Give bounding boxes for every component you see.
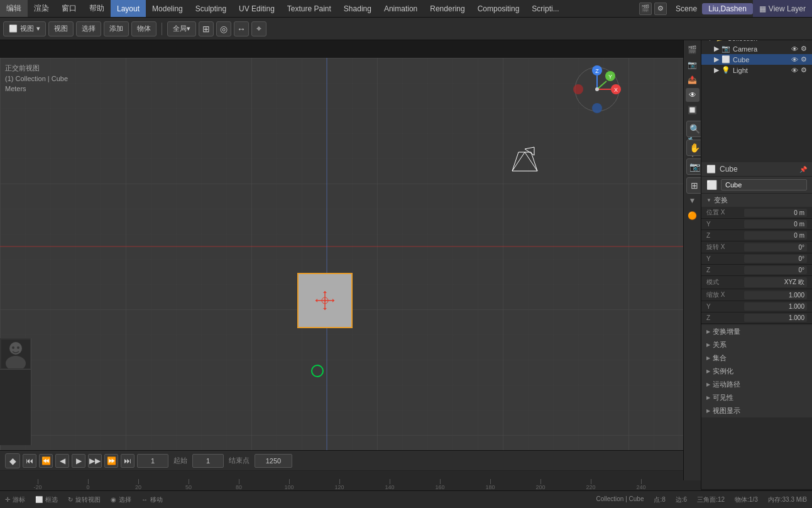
nav-pan-btn[interactable]: ✋ [686,140,701,156]
rot-x-value[interactable]: 0° [744,243,807,251]
header-icon-2[interactable]: ⚙ [654,3,667,15]
user-badge: Liu,Dashen [702,3,753,14]
select-btn[interactable]: 选择 [76,21,101,36]
timeline-key-btn[interactable]: ◆ [5,453,20,468]
ruler-mark-1: 0 [63,479,113,490]
mode-label-text: 视图 [20,24,34,33]
scale-z-value[interactable]: 1.000 [744,314,807,322]
visibility-label: 可见性 [713,393,733,402]
light-restrict-icon[interactable]: ⚙ [801,66,807,74]
rot-z-value[interactable]: 0° [744,266,807,274]
props-type-row: ⬜ [701,177,812,194]
proportional-btn[interactable]: ◎ [216,21,231,36]
timeline-end-frame[interactable]: 1250 [255,454,292,468]
global-selector[interactable]: 全局 ▾ [167,21,196,36]
cube-restrict-icon[interactable]: ⚙ [801,55,807,64]
status-faces: 三角面:12 [697,495,725,504]
header-icon-1[interactable]: 🎬 [639,3,652,15]
outliner-item-cube[interactable]: ▶ ⬜ Cube 👁 ⚙ [701,54,812,65]
relations-header[interactable]: ▶ 关系 [701,338,812,351]
timeline-play[interactable]: ▶ [72,454,85,468]
workspace-tabs: Layout Modeling Sculpting UV Editing Tex… [111,0,635,17]
timeline-track[interactable]: -20 0 20 50 80 100 120 140 160 180 200 2… [0,471,701,490]
tab-animation[interactable]: Animation [378,0,424,17]
pos-y-value[interactable]: 0 m [744,220,807,228]
orientation-btn[interactable]: ⌖ [251,21,266,36]
nav-camera-btn[interactable]: 📷 [686,158,701,175]
props-output-btn[interactable]: 📤 [686,73,700,87]
menu-help[interactable]: 帮助 [83,0,111,17]
rot-y-label: Y [706,255,744,262]
tab-sculpting[interactable]: Sculpting [189,0,233,17]
tab-compositing[interactable]: Compositing [471,0,526,17]
nav-grid-btn[interactable]: ⊞ [686,177,701,194]
scale-y-value[interactable]: 1.000 [744,302,807,311]
prop-row-rot-mode: 模式 XYZ 欧 [701,276,812,289]
cube-eye-icon[interactable]: 👁 [791,56,798,64]
instancing-header[interactable]: ▶ 实例化 [701,365,812,378]
pos-x-label: 位置 X [706,208,744,217]
delta-collapse-icon: ▶ [706,329,710,334]
nav-zoom-btn[interactable]: 🔍 [686,121,701,137]
tab-rendering[interactable]: Rendering [424,0,471,17]
object-btn[interactable]: 物体 [131,21,156,36]
outliner-item-camera[interactable]: ▶ 📷 Camera 👁 ⚙ [701,43,812,54]
mode-selector[interactable]: ⬜ 视图 ▾ [3,21,46,36]
timeline-start-frame[interactable]: 1 [192,454,224,468]
snap-btn[interactable]: ⊞ [199,21,214,36]
view-btn[interactable]: 视图 [48,21,74,36]
props-scene-btn[interactable]: 🎬 [686,43,700,57]
collections-header[interactable]: ▶ 集合 [701,351,812,365]
motion-path-header[interactable]: ▶ 运动路径 [701,378,812,391]
top-menu-bar: 编辑 渲染 窗口 帮助 Layout Modeling Sculpting UV… [0,0,812,18]
timeline-prev-key[interactable]: ⏪ [39,454,53,468]
rot-y-value[interactable]: 0° [744,255,807,263]
menu-render[interactable]: 渲染 [28,0,55,17]
rot-mode-value[interactable]: XYZ 欧 [744,277,807,287]
object-name-input[interactable] [721,179,807,190]
timeline-prev-frame[interactable]: ◀ [55,454,69,468]
tab-texture-paint[interactable]: Texture Paint [281,0,337,17]
transform-delta-header[interactable]: ▶ 变换增量 [701,325,812,338]
timeline-next-frame[interactable]: ▶▶ [88,454,102,468]
timeline-next-key[interactable]: ⏩ [104,454,118,468]
visibility-header[interactable]: ▶ 可见性 [701,391,812,404]
rotate-label: 旋转视图 [75,495,101,504]
light-eye-icon[interactable]: 👁 [791,67,798,74]
scale-x-value[interactable]: 1.000 [744,291,807,299]
tab-layout[interactable]: Layout [111,0,146,17]
menu-edit[interactable]: 编辑 [0,0,28,17]
viewport-gizmo[interactable]: Z X Y [572,64,622,116]
select-label: 选择 [119,495,131,504]
tab-uv-editing[interactable]: UV Editing [233,0,281,17]
timeline-jump-end[interactable]: ⏭ [121,454,134,468]
add-btn[interactable]: 添加 [104,21,129,36]
selected-cube[interactable] [297,273,353,328]
viewport-display-header[interactable]: ▶ 视图显示 [701,404,812,417]
menu-window[interactable]: 窗口 [55,0,83,17]
timeline-current-frame[interactable]: 1 [137,454,168,468]
tab-scripting[interactable]: Scripti... [525,0,565,17]
status-bar: ✛ 游标 ⬜ 框选 ↻ 旋转视图 ◉ 选择 ↔ 移动 Collection | … [0,490,812,508]
pos-x-value[interactable]: 0 m [744,209,807,217]
svg-point-10 [573,84,583,94]
camera-restrict-icon[interactable]: ⚙ [801,45,807,53]
props-render-btn[interactable]: 📷 [686,58,700,72]
camera-eye-icon[interactable]: 👁 [791,45,798,53]
tab-shading[interactable]: Shading [337,0,378,17]
outliner-item-light[interactable]: ▶ 💡 Light 👁 ⚙ [701,65,812,75]
props-pin-icon[interactable]: 📌 [799,166,807,173]
main-viewport[interactable]: 正交前视图 (1) Collection | Cube Meters Z X Y [0,58,701,467]
scene-label: Scene [671,4,702,13]
props-view-btn[interactable]: 👁 [686,88,700,102]
pos-z-value[interactable]: 0 m [744,231,807,240]
prop-row-rot-y: Y 0° [701,253,812,265]
timeline-controls: ◆ ⏮ ⏪ ◀ ▶ ▶▶ ⏩ ⏭ 1 起始 1 结束点 1250 [0,451,701,471]
tab-modeling[interactable]: Modeling [146,0,189,17]
transform-btn[interactable]: ↔ [234,21,249,36]
transform-section-header[interactable]: ▼ 变换 [701,194,812,207]
timeline-jump-start[interactable]: ⏮ [23,454,36,468]
props-view2-btn[interactable]: 🔲 [686,103,700,117]
orientation-icon: ⌖ [256,23,261,34]
move-icon: ↔ [141,496,148,503]
